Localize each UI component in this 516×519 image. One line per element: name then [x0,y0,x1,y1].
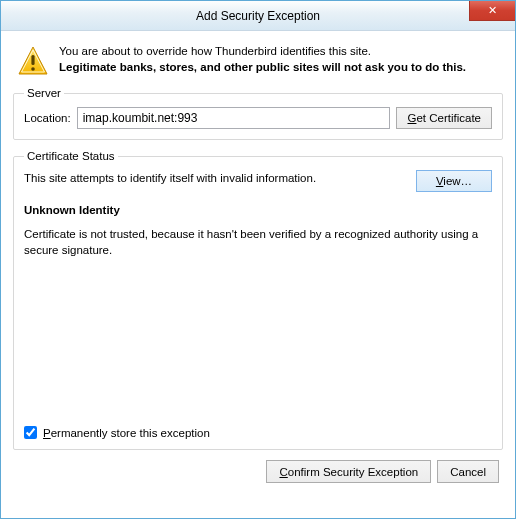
cancel-button[interactable]: Cancel [437,460,499,483]
warning-icon [17,45,49,77]
svg-rect-0 [31,55,34,65]
svg-point-1 [31,67,35,71]
location-input[interactable] [77,107,391,129]
permanent-store-checkbox[interactable] [24,426,37,439]
server-fieldset: Server Location: Get Certificate [13,87,503,140]
dialog-content: You are about to override how Thunderbir… [1,31,515,495]
permanent-store-row[interactable]: Permanently store this exception [24,426,210,439]
permanent-store-label: Permanently store this exception [43,427,210,439]
title-bar: Add Security Exception ✕ [1,1,515,31]
warning-line2: Legitimate banks, stores, and other publ… [59,59,466,75]
close-icon: ✕ [488,4,497,17]
confirm-security-exception-button[interactable]: Confirm Security Exception [266,460,431,483]
get-certificate-button[interactable]: Get Certificate [396,107,492,129]
close-button[interactable]: ✕ [469,1,515,21]
view-button[interactable]: View… [416,170,492,192]
warning-line1: You are about to override how Thunderbir… [59,43,466,59]
certificate-status-legend: Certificate Status [24,150,118,162]
warning-row: You are about to override how Thunderbir… [13,41,503,87]
cert-body-text: Certificate is not trusted, because it h… [24,226,492,258]
location-label: Location: [24,112,71,124]
cert-identity-heading: Unknown Identity [24,202,492,218]
warning-text: You are about to override how Thunderbir… [59,43,466,75]
dialog-footer: Confirm Security Exception Cancel [13,460,503,483]
server-legend: Server [24,87,64,99]
certificate-status-fieldset: Certificate Status View… This site attem… [13,150,503,450]
window-title: Add Security Exception [196,9,320,23]
